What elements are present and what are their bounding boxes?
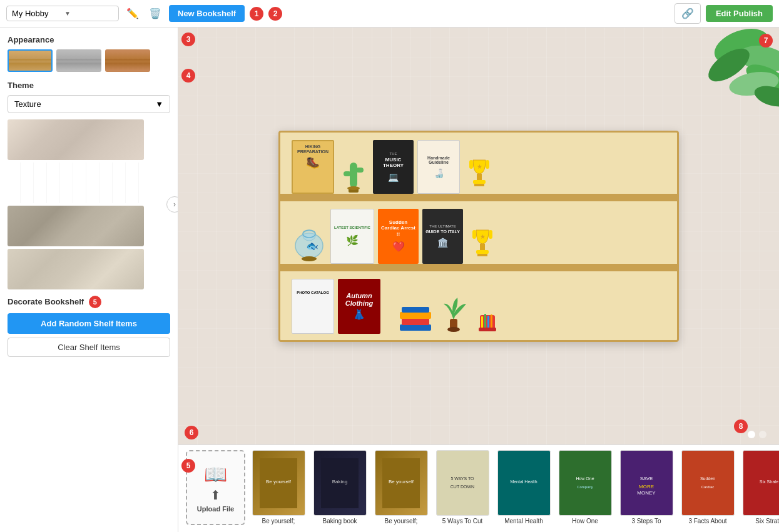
book-photo[interactable]: PHOTO CATALOG	[292, 279, 334, 334]
book-thumb-title-6: 3 Steps To	[631, 518, 661, 525]
appearance-brown[interactable]	[105, 49, 150, 72]
book-thumb-title-2: Be yourself;	[385, 518, 418, 525]
delete-icon-btn[interactable]: 🗑️	[146, 5, 164, 22]
svg-point-10	[347, 186, 360, 190]
svg-text:Be yourself: Be yourself	[389, 479, 414, 484]
book-thumb-title-1: Baking book	[322, 518, 357, 525]
hobby-dropdown[interactable]: My Hobby ▼	[6, 6, 119, 21]
bottom-strip: 6 📖 ⬆ Upload File Be yourself Be yoursel…	[178, 444, 779, 532]
edit-publish-button[interactable]: Edit Publish	[706, 5, 773, 22]
svg-rect-54	[628, 458, 665, 508]
theme-dropdown[interactable]: Texture ▼	[8, 95, 170, 113]
svg-text:Cardiac: Cardiac	[701, 485, 715, 489]
book-thumb-img-2: Be yourself	[375, 450, 428, 516]
dropdown-arrow: ▼	[64, 10, 113, 17]
svg-rect-51	[566, 458, 604, 508]
svg-rect-6	[350, 163, 357, 188]
book-hiking[interactable]: HIKING PREPARATION 🥾	[292, 140, 334, 194]
book-thumb-4[interactable]: Mental Health Mental Health	[496, 450, 552, 525]
shelf-row-2: 🐟 LATEST SCIENTIFIC 🌿 Sudden Cardiac Arr…	[280, 201, 677, 271]
badge-8: 8	[734, 419, 748, 433]
shelf-row-3: PHOTO CATALOG Autumn Clothing 👗	[280, 271, 677, 340]
edit-icon-btn[interactable]: ✏️	[124, 5, 141, 22]
book-thumb-2[interactable]: Be yourself Be yourself;	[373, 450, 429, 525]
svg-point-21	[302, 256, 317, 261]
svg-text:Company: Company	[577, 485, 593, 489]
fishbowl-decoration[interactable]: 🐟	[292, 223, 327, 264]
badge-2: 2	[268, 7, 282, 21]
svg-point-33	[447, 327, 460, 332]
new-bookshelf-button[interactable]: New Bookshelf	[169, 5, 245, 22]
book-thumb-1[interactable]: Baking Baking book	[312, 450, 368, 525]
book-handmade[interactable]: Handmade Guideline 🍶	[417, 140, 460, 194]
texture-2[interactable]	[8, 163, 144, 203]
book-thumb-5[interactable]: How OneCompany How One	[557, 450, 613, 525]
book-thumb-title-4: Mental Health	[504, 518, 543, 525]
book-thumb-img-1: Baking	[313, 450, 367, 516]
svg-point-5	[752, 83, 779, 111]
book-thumb-img-7: SuddenCardiac	[681, 450, 735, 516]
trophy-1[interactable]: ★	[464, 150, 495, 194]
trophy-2[interactable]: ★	[467, 220, 498, 264]
clear-shelf-button[interactable]: Clear Shelf Items	[8, 338, 170, 357]
svg-text:Be yourself: Be yourself	[266, 479, 292, 484]
svg-rect-29	[402, 318, 429, 325]
pagination-dot-2[interactable]	[759, 431, 766, 438]
theme-section: Theme Texture ▼	[8, 81, 170, 113]
svg-text:How One: How One	[576, 476, 594, 481]
svg-rect-27	[477, 254, 487, 256]
book-thumb-6[interactable]: SAVEMOREMONEY 3 Steps To	[618, 450, 675, 525]
svg-point-1	[736, 42, 779, 75]
pagination-dot-1[interactable]	[748, 431, 755, 438]
texture-4[interactable]	[8, 249, 144, 289]
svg-text:Baking: Baking	[332, 479, 347, 484]
appearance-gray[interactable]	[56, 49, 101, 72]
stacked-books-decoration[interactable]	[397, 299, 434, 334]
decorate-title: Decorate Bookshelf 5	[8, 296, 170, 308]
theme-value: Texture	[14, 99, 41, 109]
book-latest[interactable]: LATEST SCIENTIFIC 🌿	[330, 209, 374, 264]
hobby-label: My Hobby	[12, 9, 61, 18]
badge-3: 3	[181, 33, 195, 46]
plant-shelf-decoration[interactable]	[438, 293, 469, 334]
cactus-decoration[interactable]	[338, 150, 369, 194]
book-thumb-title-8: Six Strate	[755, 518, 779, 525]
svg-rect-25	[476, 250, 489, 254]
book-cardiac[interactable]: Sudden Cardiac Arrest !! ❤️	[378, 209, 419, 264]
book-thumb-8[interactable]: Six Strate Six Strate	[741, 450, 779, 525]
upload-arrow: ⬆	[210, 488, 221, 503]
svg-rect-11	[469, 160, 473, 169]
top-bar: My Hobby ▼ ✏️ 🗑️ New Bookshelf 1 2 🔗 Edi…	[0, 0, 779, 28]
bookshelf-canvas: HIKING PREPARATION 🥾	[178, 28, 779, 444]
svg-rect-22	[472, 230, 476, 239]
bookshelf: HIKING PREPARATION 🥾	[278, 131, 679, 342]
texture-3[interactable]	[8, 206, 144, 246]
badge-4: 4	[181, 69, 195, 83]
svg-rect-39	[479, 328, 496, 331]
svg-rect-16	[474, 184, 484, 186]
texture-1[interactable]	[8, 119, 144, 160]
book-autumn[interactable]: Autumn Clothing 👗	[338, 279, 380, 334]
link-button[interactable]: 🔗	[675, 3, 701, 24]
upload-file-button[interactable]: 📖 ⬆ Upload File	[186, 450, 245, 525]
book-thumb-7[interactable]: SuddenCardiac 3 Facts About	[680, 450, 736, 525]
svg-rect-12	[486, 160, 489, 169]
upload-icon: 📖	[204, 463, 227, 485]
book-music[interactable]: THE MUSIC THEORY 💻	[373, 140, 414, 194]
book-thumb-img-5: How OneCompany	[559, 450, 612, 516]
book-thumb-img-0: Be yourself	[252, 450, 305, 516]
appearance-wood[interactable]	[8, 49, 53, 72]
svg-text:CUT DOWN: CUT DOWN	[451, 484, 474, 489]
main-layout: Appearance Theme Texture ▼ › Decorate Bo…	[0, 28, 779, 532]
decorate-badge: 5	[89, 296, 101, 308]
svg-rect-7	[344, 171, 351, 176]
texture-nav-right[interactable]: ›	[166, 196, 178, 213]
appearance-thumbs	[8, 49, 170, 72]
book-italy[interactable]: THE ULTIMATE GUIDE TO ITALY 🏛️	[422, 209, 463, 264]
svg-rect-36	[484, 314, 486, 329]
sidebar: Appearance Theme Texture ▼ › Decorate Bo…	[0, 28, 178, 532]
pencil-holder-decoration[interactable]	[473, 296, 502, 334]
add-random-button[interactable]: Add Random Shelf Items	[8, 313, 170, 334]
book-thumb-3[interactable]: 5 WAYS TOCUT DOWN 5 Ways To Cut	[434, 450, 491, 525]
book-thumb-0[interactable]: Be yourself Be yourself;	[250, 450, 307, 525]
